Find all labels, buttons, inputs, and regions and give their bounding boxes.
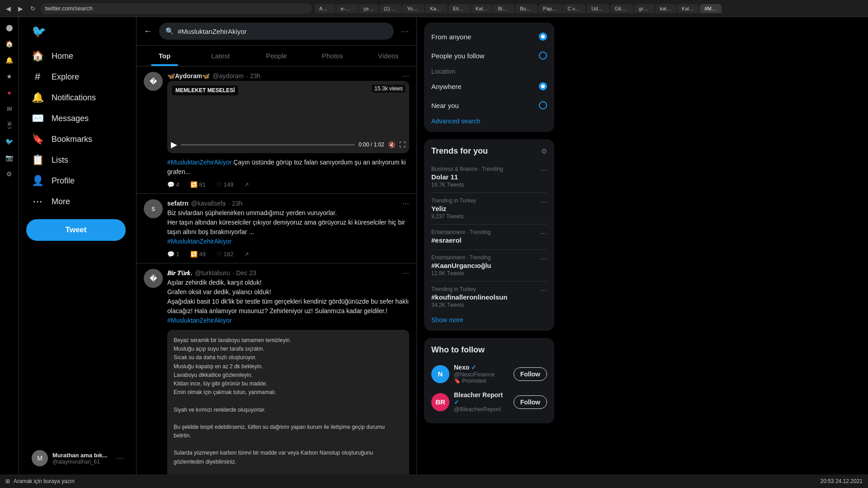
trend-name: Dolar 11 — [431, 173, 503, 181]
feed-header: ← 🔍 ⋯ — [137, 17, 416, 46]
browser-tab[interactable]: çevir... — [359, 4, 378, 13]
browser-tab[interactable]: grafe... — [634, 4, 655, 13]
browser-tab[interactable]: Busuu... — [515, 4, 538, 13]
back-nav[interactable]: ◀ — [4, 4, 13, 13]
trend-item[interactable]: Trending in Turkey Yeliz 9,237 Tweets ⋯ — [431, 193, 547, 225]
feed-tab-top[interactable]: Top — [137, 46, 193, 66]
windows-icon[interactable]: ⊞ — [5, 478, 10, 484]
icon-home-left[interactable]: 🏠 — [3, 37, 16, 51]
search-box[interactable]: 🔍 — [159, 23, 394, 40]
volume-icon[interactable]: 🔇 — [388, 141, 396, 148]
browser-tab[interactable]: Kali R... — [471, 4, 493, 13]
browser-tab[interactable]: Papara... — [538, 4, 562, 13]
icon-star-left[interactable]: ★ — [3, 70, 16, 83]
browser-tab[interactable]: Kayıtlı... — [425, 4, 448, 13]
browser-tab[interactable]: Kali Li... — [677, 4, 699, 13]
tweet-more-button[interactable]: ⋯ — [402, 199, 409, 207]
tweet-card[interactable]: � 🦋Aydoram🦋 @aydoram · 23h ⋯ MEMLEKET ME… — [137, 66, 416, 194]
show-more-link[interactable]: Show more — [431, 316, 547, 324]
user-menu-dots[interactable]: ⋯ — [117, 454, 123, 462]
trend-more-icon[interactable]: ⋯ — [540, 197, 547, 206]
browser-tab[interactable]: Binba... — [493, 4, 514, 13]
browser-tab[interactable]: Etik H... — [448, 4, 470, 13]
tweet-more-button[interactable]: ⋯ — [402, 72, 409, 80]
tweet-button[interactable]: Tweet — [26, 219, 126, 241]
like-action[interactable]: ♡ 149 — [217, 181, 233, 188]
trend-more-icon[interactable]: ⋯ — [540, 254, 547, 263]
browser-tab[interactable]: e-Oku... — [336, 4, 358, 13]
browser-tab[interactable]: #Musl... — [700, 4, 722, 13]
icon-phone-left[interactable]: 📱 — [3, 118, 16, 132]
people-you-follow-radio[interactable] — [539, 52, 547, 60]
tweet-hashtag[interactable]: #MusluktanZehirAkiyor — [167, 159, 231, 166]
trends-settings-icon[interactable]: ⚙ — [541, 147, 547, 155]
video-progress[interactable] — [181, 144, 355, 145]
browser-tab[interactable]: YouTu... — [402, 4, 425, 13]
video-thumbnail[interactable]: MEMLEKET MESELESİ 15.3k views ▶ 0:00 / 1… — [167, 81, 409, 153]
trend-more-icon[interactable]: ⋯ — [540, 286, 547, 294]
browser-tab[interactable]: Udemi... — [587, 4, 609, 13]
near-you-radio[interactable] — [539, 101, 547, 109]
browser-tab[interactable]: kali C... — [656, 4, 676, 13]
trend-row: Business & finance · Trending Dolar 11 1… — [431, 166, 547, 188]
nav-item-explore[interactable]: #Explore — [26, 66, 129, 87]
like-action[interactable]: ♡ 182 — [217, 251, 233, 258]
tweet-hashtag[interactable]: #MusluktanZehirAkiyor — [167, 238, 231, 245]
play-button[interactable]: ▶ — [171, 140, 177, 150]
browser-tab[interactable]: C ve C... — [563, 4, 586, 13]
nav-icon-lists: 📋 — [32, 154, 43, 166]
trend-more-icon[interactable]: ⋯ — [540, 166, 547, 174]
advanced-search-link[interactable]: Advanced search — [431, 117, 547, 125]
forward-nav[interactable]: ▶ — [16, 4, 25, 13]
trend-item[interactable]: Business & finance · Trending Dolar 11 1… — [431, 161, 547, 193]
nav-item-bookmarks[interactable]: 🔖Bookmarks — [26, 129, 129, 150]
tweet-more-button[interactable]: ⋯ — [402, 269, 409, 277]
share-action[interactable]: ↗ — [244, 251, 249, 258]
from-anyone-radio[interactable] — [539, 33, 547, 41]
user-info[interactable]: M Murathan ama bık... @alaymurathan_61 ⋯ — [26, 446, 129, 471]
search-taskbar[interactable]: Aramak için buraya yazın — [14, 478, 75, 484]
back-button[interactable]: ← — [144, 27, 152, 36]
browser-tab[interactable]: GitHub... — [610, 4, 633, 13]
tweet-card[interactable]: s sefatrn @kavallsefa · 23h ⋯ Biz sivlar… — [137, 194, 416, 263]
tweet-hashtag[interactable]: #MusluktanZehirAkiyor — [167, 317, 231, 324]
nav-item-notifications[interactable]: 🔔Notifications — [26, 87, 129, 108]
icon-mail-left[interactable]: ✉ — [3, 102, 16, 116]
search-input[interactable] — [178, 28, 387, 35]
share-action[interactable]: ↗ — [244, 181, 249, 188]
anywhere-radio[interactable] — [539, 82, 547, 90]
reply-action[interactable]: 💬 1 — [167, 251, 179, 258]
reply-action[interactable]: 💬 4 — [167, 181, 179, 188]
follow-button[interactable]: Follow — [514, 367, 547, 381]
expand-icon[interactable]: ⛶ — [399, 141, 406, 148]
nav-item-profile[interactable]: 👤Profile — [26, 170, 129, 191]
refresh-nav[interactable]: ↻ — [28, 4, 38, 13]
trend-more-icon[interactable]: ⋯ — [540, 229, 547, 237]
search-more-button[interactable]: ⋯ — [401, 26, 409, 36]
icon-twitter-bird-left[interactable]: 🐦 — [3, 135, 16, 148]
nav-item-messages[interactable]: ✉️Messages — [26, 108, 129, 129]
tweet-card[interactable]: � 𝑩𝒊𝒓 𝑻ü𝒓𝒌. @turktaburu · Dec 23 ⋯ Aşıla… — [137, 263, 416, 474]
nav-item-more[interactable]: ⋯More — [26, 191, 129, 212]
icon-instagram-left[interactable]: 📷 — [3, 151, 16, 164]
follow-item: BR Bleacher Report ✓ @BleacherReport Fol… — [431, 388, 547, 416]
browser-tab[interactable]: (1) Yer... — [379, 4, 402, 13]
nav-item-home[interactable]: 🏠Home — [26, 46, 129, 66]
feed-tab-photos[interactable]: Photos — [304, 46, 360, 66]
trend-item[interactable]: Entertainment · Trending #KaanUrgancıoğl… — [431, 250, 547, 282]
icon-red-circle[interactable]: ● — [3, 86, 16, 99]
feed-tab-videos[interactable]: Videos — [360, 46, 416, 66]
icon-circle-red[interactable]: ⬤ — [3, 21, 16, 34]
browser-tab[interactable]: Awox... — [315, 4, 335, 13]
trend-item[interactable]: Entertainment · Trending #esraerol ⋯ — [431, 225, 547, 250]
trend-item[interactable]: Trending in Turkey #koufinalleronlineols… — [431, 282, 547, 313]
retweet-action[interactable]: 🔁 49 — [190, 251, 206, 258]
icon-bell-left[interactable]: 🔔 — [3, 53, 16, 67]
retweet-action[interactable]: 🔁 81 — [190, 181, 206, 188]
feed-tab-latest[interactable]: Latest — [193, 46, 249, 66]
url-bar[interactable]: twitter.com/search — [41, 3, 312, 14]
feed-tab-people[interactable]: People — [249, 46, 305, 66]
nav-item-lists[interactable]: 📋Lists — [26, 150, 129, 170]
follow-button[interactable]: Follow — [514, 395, 547, 409]
icon-settings-left[interactable]: ⚙ — [3, 167, 16, 181]
